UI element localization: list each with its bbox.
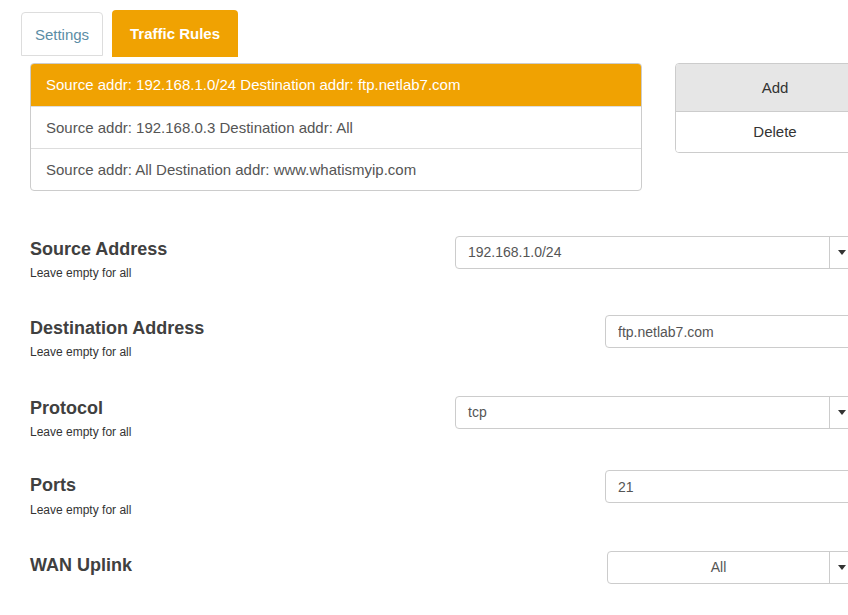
protocol-dropdown-toggle[interactable]	[829, 397, 848, 428]
destination-address-input[interactable]	[605, 315, 848, 348]
protocol-value[interactable]: tcp	[456, 397, 829, 428]
wan-uplink-dropdown-toggle[interactable]	[829, 552, 848, 583]
protocol-hint: Leave empty for all	[30, 425, 131, 439]
add-rule-button[interactable]: Add	[676, 64, 848, 112]
traffic-rules-list: Source addr: 192.168.1.0/24 Destination …	[30, 63, 642, 191]
source-address-hint: Leave empty for all	[30, 266, 131, 280]
traffic-rule-row[interactable]: Source addr: 192.168.0.3 Destination add…	[31, 106, 641, 148]
source-address-dropdown-toggle[interactable]	[829, 237, 848, 268]
destination-address-label: Destination Address	[30, 318, 204, 338]
protocol-combobox[interactable]: tcp	[455, 396, 848, 429]
chevron-down-icon	[838, 250, 846, 255]
traffic-rule-row[interactable]: Source addr: All Destination addr: www.w…	[31, 148, 641, 190]
protocol-label: Protocol	[30, 398, 103, 418]
wan-uplink-select[interactable]: All	[607, 551, 848, 584]
destination-address-hint: Leave empty for all	[30, 345, 131, 359]
wan-uplink-value[interactable]: All	[608, 552, 829, 583]
ports-label: Ports	[30, 475, 76, 495]
tab-settings[interactable]: Settings	[21, 12, 103, 56]
source-address-combobox[interactable]: 192.168.1.0/24	[455, 236, 848, 269]
chevron-down-icon	[838, 410, 846, 415]
ports-input[interactable]	[605, 470, 848, 503]
traffic-rule-row[interactable]: Source addr: 192.168.1.0/24 Destination …	[31, 64, 641, 106]
ports-hint: Leave empty for all	[30, 503, 131, 517]
tab-traffic-rules[interactable]: Traffic Rules	[112, 10, 238, 57]
wan-uplink-label: WAN Uplink	[30, 555, 132, 575]
chevron-down-icon	[838, 565, 846, 570]
source-address-label: Source Address	[30, 239, 167, 259]
rule-actions-group: Add Delete	[675, 63, 848, 153]
source-address-value[interactable]: 192.168.1.0/24	[456, 237, 829, 268]
delete-rule-button[interactable]: Delete	[676, 112, 848, 152]
